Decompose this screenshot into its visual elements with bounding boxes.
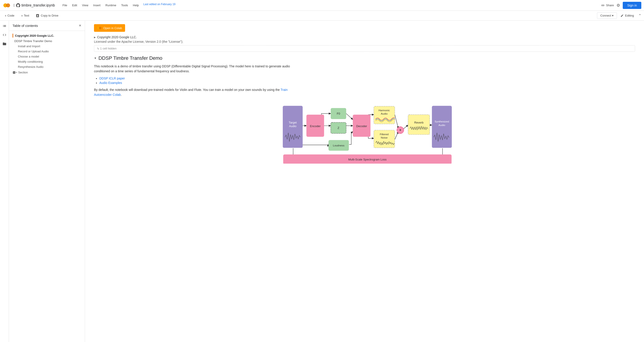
menu-edit[interactable]: Edit xyxy=(70,3,79,8)
ddsp-section: ▼ DDSP Timbre Transfer Demo This noteboo… xyxy=(94,55,635,164)
z-label: Z xyxy=(338,126,340,130)
toolbar: + Code + Text Copy to Drive Connect ▾ Ed… xyxy=(0,11,644,20)
sidebar-item-install[interactable]: Install and Import xyxy=(9,44,85,49)
text-label: Text xyxy=(24,14,29,17)
active-indicator xyxy=(12,34,13,38)
add-section-label: + Section xyxy=(16,71,28,74)
main-content: Open in Colab ▶ Copyright 2020 Google LL… xyxy=(85,20,644,342)
plus-icon2: + xyxy=(21,14,23,18)
sign-in-button[interactable]: Sign in xyxy=(623,2,641,9)
filtered-label2: Noise xyxy=(381,136,388,139)
reverb-node xyxy=(408,114,430,134)
intro-paragraph: This notebook is a demo of timbre transf… xyxy=(94,64,295,74)
copyright-title-text: Copyright 2020 Google LLC. xyxy=(97,35,137,39)
sidebar-item-ddsp[interactable]: DDSP Timbre Transfer Demo xyxy=(9,38,85,44)
plus-label: + xyxy=(399,128,401,132)
sidebar-item-record[interactable]: Record or Upload Audio xyxy=(9,49,85,54)
sidebar-item-label: Modify conditioning xyxy=(18,60,43,63)
add-icon xyxy=(12,71,16,74)
open-colab-label: Open in Colab xyxy=(104,26,122,30)
code-icon[interactable] xyxy=(1,31,8,38)
para2-end: . xyxy=(121,93,122,96)
sidebar-item-resynth[interactable]: Resynthesize Audio xyxy=(9,64,85,70)
copyright-title[interactable]: ▶ Copyright 2020 Google LLC. xyxy=(94,35,635,39)
diagram-container: Target Audio Encoder F0 Z xyxy=(94,102,635,164)
filtered-label: Filtered xyxy=(380,133,388,136)
hidden-cell-info[interactable]: ↳ 1 cell hidden xyxy=(94,45,635,52)
para2: By default, the notebook will download p… xyxy=(94,87,295,97)
harmonic-label2: Audio xyxy=(381,112,388,115)
menu-bar: File Edit View Insert Runtime Tools Help… xyxy=(60,3,176,8)
add-section-button[interactable]: + Section xyxy=(9,70,85,76)
last-edited-text[interactable]: Last edited on February 19 xyxy=(144,3,176,8)
code-label: Code xyxy=(8,14,14,17)
decoder-label: Decoder xyxy=(356,124,367,128)
sidebar-content: Copyright 2020 Google LLC. DDSP Timbre T… xyxy=(9,31,85,342)
menu-insert[interactable]: Insert xyxy=(91,3,103,8)
sidebar-close-button[interactable]: × xyxy=(79,23,81,28)
sidebar-item-label: Resynthesize Audio xyxy=(18,65,44,68)
sidebar-item-label: Record or Upload Audio xyxy=(18,50,49,53)
sidebar-item-model[interactable]: Choose a model xyxy=(9,54,85,59)
add-text-button[interactable]: + Text xyxy=(18,12,32,19)
sidebar: Table of contents × Copyright 2020 Googl… xyxy=(9,20,85,342)
colab-logo-icon xyxy=(97,26,102,30)
content-inner: Open in Colab ▶ Copyright 2020 Google LL… xyxy=(85,20,644,172)
links-list: DDSP ICLR paper Audio Examples xyxy=(99,76,635,84)
sidebar-item-label: Choose a model xyxy=(18,55,39,58)
ddsp-paper-link[interactable]: DDSP ICLR paper xyxy=(99,76,125,80)
copyright-license-text: Licensed under the Apache License, Versi… xyxy=(94,40,635,44)
sidebar-title: Table of contents xyxy=(12,24,38,28)
target-audio-label: Target xyxy=(289,121,297,124)
mss-label: Multi-Scale Spectrogram Loss xyxy=(348,158,386,161)
menu-view[interactable]: View xyxy=(80,3,91,8)
share-label: Share xyxy=(606,4,614,7)
menu-help[interactable]: Help xyxy=(131,3,141,8)
sidebar-item-label: Install and Import xyxy=(18,44,40,48)
list-item-ddsp: DDSP ICLR paper xyxy=(99,76,635,80)
audio-examples-link[interactable]: Audio Examples xyxy=(99,81,122,84)
svg-line-8 xyxy=(395,114,398,128)
reverb-label: Reverb xyxy=(414,121,423,124)
open-in-colab-button[interactable]: Open in Colab xyxy=(94,24,125,32)
connect-button[interactable]: Connect ▾ xyxy=(597,12,617,19)
connect-label: Connect xyxy=(600,14,611,17)
github-mark-icon xyxy=(16,3,20,8)
sidebar-left-icons xyxy=(0,20,9,342)
hidden-cell-text: ↳ 1 cell hidden xyxy=(97,47,116,50)
connect-dropdown-icon: ▾ xyxy=(612,14,614,17)
sidebar-item-copyright[interactable]: Copyright 2020 Google LLC. xyxy=(9,33,85,38)
drive-icon xyxy=(36,14,40,18)
svg-point-1 xyxy=(6,3,10,8)
settings-icon[interactable]: ⚙ xyxy=(616,3,620,8)
encoder-label: Encoder xyxy=(310,124,321,128)
add-code-button[interactable]: + Code xyxy=(2,12,17,19)
pencil-icon xyxy=(620,14,624,17)
svg-line-6 xyxy=(346,114,353,120)
menu-file[interactable]: File xyxy=(60,3,69,8)
svg-point-3 xyxy=(99,27,101,29)
synth-label: Synthesized xyxy=(434,120,449,123)
svg-line-9 xyxy=(395,132,398,140)
editing-button[interactable]: Editing xyxy=(619,13,636,18)
toolbar-right: Connect ▾ Editing ⌃ xyxy=(597,12,642,19)
list-item-audio: Audio Examples xyxy=(99,81,635,84)
share-button[interactable]: Share xyxy=(601,4,614,7)
sidebar-item-label: DDSP Timbre Transfer Demo xyxy=(14,40,52,43)
editing-label: Editing xyxy=(625,14,634,17)
notebook-filename: timbre_transfer.ipynb xyxy=(22,3,55,8)
plus-icon: + xyxy=(5,14,6,18)
sidebar-item-modify[interactable]: Modify conditioning xyxy=(9,59,85,64)
collapse-sidebar-button[interactable]: ⌃ xyxy=(638,12,642,18)
colab-logo xyxy=(3,1,11,10)
notebook-title:  timbre_transfer.ipynb xyxy=(14,3,55,8)
toc-icon[interactable] xyxy=(1,22,8,30)
folder-icon[interactable] xyxy=(1,40,8,48)
copy-to-drive-button[interactable]: Copy to Drive xyxy=(33,12,61,19)
menu-runtime[interactable]: Runtime xyxy=(103,3,118,8)
menu-tools[interactable]: Tools xyxy=(119,3,130,8)
section-toggle-icon[interactable]: ▼ xyxy=(94,57,97,60)
synth-label2: Audio xyxy=(438,123,445,126)
para2-start: By default, the notebook will download p… xyxy=(94,88,280,92)
synth-audio-node xyxy=(432,106,452,148)
